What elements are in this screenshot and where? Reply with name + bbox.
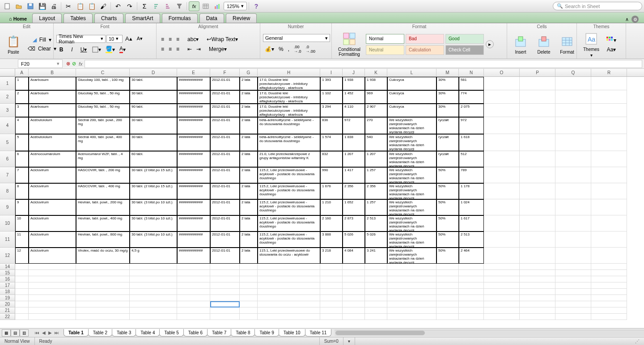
- column-header[interactable]: L: [387, 69, 436, 76]
- cell[interactable]: 50%: [436, 183, 459, 199]
- cell[interactable]: 2012-01-01: [210, 117, 240, 134]
- undo-icon[interactable]: ↶: [113, 1, 123, 11]
- cell[interactable]: [240, 264, 258, 270]
- style-bad[interactable]: Bad: [406, 34, 444, 44]
- cell[interactable]: [387, 314, 436, 320]
- cell[interactable]: 2012-01-01: [210, 151, 240, 167]
- cell[interactable]: 2 160: [320, 215, 343, 231]
- column-header[interactable]: H: [258, 69, 320, 76]
- cell[interactable]: 2: [15, 90, 29, 104]
- cell[interactable]: Aciclovirum: [29, 199, 76, 215]
- cell[interactable]: [591, 151, 627, 167]
- cell[interactable]: ############: [177, 117, 210, 134]
- print-icon[interactable]: 🖨: [48, 1, 59, 11]
- cell[interactable]: [29, 295, 76, 301]
- cell[interactable]: 30 tabl. (3 blist.po 10 szt.): [130, 199, 177, 215]
- cell[interactable]: ############: [177, 215, 210, 231]
- cell[interactable]: 50%: [436, 215, 459, 231]
- cell[interactable]: [29, 314, 76, 320]
- cell[interactable]: Acenocumarol WZF, tabl. , 4 mg: [76, 151, 130, 167]
- align-middle-icon[interactable]: ≡: [167, 35, 174, 43]
- cell[interactable]: [76, 264, 130, 270]
- cell[interactable]: [177, 295, 210, 301]
- cell[interactable]: [320, 295, 343, 301]
- column-header[interactable]: G: [240, 69, 258, 76]
- cell[interactable]: 1 652: [343, 199, 365, 215]
- row-header[interactable]: 3: [0, 104, 15, 117]
- cell[interactable]: Cukrzyca: [387, 90, 436, 104]
- cell[interactable]: [520, 314, 555, 320]
- cell[interactable]: 2 lata: [240, 167, 258, 183]
- cell[interactable]: ############: [177, 77, 210, 90]
- cell[interactable]: [210, 276, 240, 282]
- style-check-cell[interactable]: Check Cell: [445, 45, 484, 55]
- cell[interactable]: Aciclovirum: [29, 167, 76, 183]
- cell[interactable]: [459, 314, 484, 320]
- orientation-icon[interactable]: abc▾: [186, 35, 200, 43]
- cell[interactable]: [484, 289, 520, 295]
- cell[interactable]: Acarbosum: [29, 77, 76, 90]
- cell[interactable]: 2012-01-01: [210, 104, 240, 117]
- cell[interactable]: [320, 289, 343, 295]
- cell[interactable]: 4,5 g: [130, 248, 177, 264]
- file-new-icon[interactable]: [2, 1, 13, 11]
- cell[interactable]: [29, 264, 76, 270]
- increase-indent-icon[interactable]: ⇥: [195, 45, 203, 53]
- cell[interactable]: [15, 276, 29, 282]
- row-header[interactable]: 15: [0, 270, 15, 276]
- cell[interactable]: [555, 231, 591, 248]
- cell[interactable]: [555, 167, 591, 183]
- cell[interactable]: 115.2, Leki przeciwwirusowe - acyklowir …: [258, 183, 320, 199]
- cell[interactable]: [240, 282, 258, 289]
- page-break-view-icon[interactable]: ▥: [20, 329, 29, 337]
- scrollbar-thumb[interactable]: [335, 331, 425, 335]
- cell[interactable]: [365, 295, 387, 301]
- style-good[interactable]: Good: [445, 34, 484, 44]
- tab-layout[interactable]: Layout: [32, 13, 62, 23]
- style-neutral[interactable]: Neutral: [366, 45, 404, 55]
- cell[interactable]: [591, 231, 627, 248]
- cell[interactable]: [459, 289, 484, 295]
- cell[interactable]: [436, 295, 459, 301]
- zoom-select[interactable]: 125%▾: [224, 2, 247, 10]
- cell[interactable]: [210, 264, 240, 270]
- search-input[interactable]: 🔍 Search in Sheet: [553, 2, 642, 10]
- cell[interactable]: [459, 307, 484, 314]
- cell[interactable]: [177, 307, 210, 314]
- cell[interactable]: [484, 231, 520, 248]
- cell[interactable]: [365, 301, 387, 307]
- merge-button[interactable]: Merge▾: [207, 45, 229, 53]
- cell[interactable]: [591, 295, 627, 301]
- cell[interactable]: 2 907: [365, 104, 387, 117]
- cell[interactable]: [365, 307, 387, 314]
- cell[interactable]: [520, 167, 555, 183]
- sheet-tab[interactable]: Table 7: [207, 329, 231, 337]
- cell[interactable]: Heviran, tabl. powl., 400 mg: [76, 215, 130, 231]
- cell[interactable]: 2 lata: [240, 134, 258, 151]
- cell[interactable]: Aciclovirum: [29, 183, 76, 199]
- resize-handle-icon[interactable]: ⋰: [631, 337, 644, 345]
- cell[interactable]: [555, 151, 591, 167]
- column-header[interactable]: J: [343, 69, 365, 76]
- fx-icon[interactable]: fx: [189, 1, 199, 11]
- cell[interactable]: 972: [343, 117, 365, 134]
- cell[interactable]: 8: [15, 183, 29, 199]
- cell[interactable]: [520, 117, 555, 134]
- cell[interactable]: Acebutololum: [29, 117, 76, 134]
- cell[interactable]: [555, 183, 591, 199]
- cell[interactable]: 3 888: [320, 231, 343, 248]
- cell[interactable]: [240, 289, 258, 295]
- cell[interactable]: [240, 270, 258, 276]
- cell[interactable]: [555, 77, 591, 90]
- cell[interactable]: 30%: [436, 104, 459, 117]
- cell[interactable]: [520, 183, 555, 199]
- cell[interactable]: 2 lata: [240, 183, 258, 199]
- paste-button[interactable]: 📋 Paste: [3, 33, 24, 56]
- bold-button[interactable]: B: [56, 46, 66, 54]
- cell[interactable]: [210, 314, 240, 320]
- cell[interactable]: [15, 301, 29, 307]
- cell[interactable]: 5 026: [365, 231, 387, 248]
- cell[interactable]: [76, 307, 130, 314]
- cell[interactable]: Aciclovirum: [29, 248, 76, 264]
- cell[interactable]: 4: [15, 117, 29, 134]
